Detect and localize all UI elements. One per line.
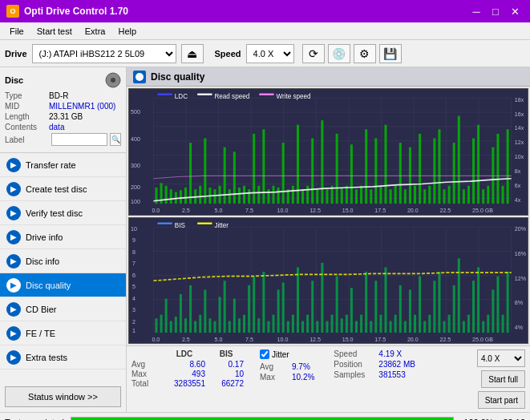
nav-fe-te[interactable]: ▶ FE / TE xyxy=(0,321,126,345)
svg-rect-177 xyxy=(311,281,314,333)
disc-label-input[interactable] xyxy=(51,133,107,146)
disc-mid-value: MILLENMR1 (000) xyxy=(49,102,115,111)
position-key: Position xyxy=(334,360,375,369)
svg-text:25.0 GB: 25.0 GB xyxy=(472,335,493,342)
speed-position-section: Speed 4.19 X Position 23862 MB Samples 3… xyxy=(334,349,415,379)
charts-container: LDC Read speed Write speed 18x 16x 14x 1… xyxy=(127,87,530,345)
svg-text:6: 6 xyxy=(132,271,136,278)
app-icon: O xyxy=(6,5,19,18)
disc-type-value: BD-R xyxy=(49,91,68,100)
svg-rect-73 xyxy=(394,186,397,204)
svg-rect-201 xyxy=(428,314,431,332)
close-button[interactable]: ✕ xyxy=(506,2,524,20)
svg-rect-192 xyxy=(384,267,386,333)
svg-rect-99 xyxy=(197,94,212,95)
title-bar: O Opti Drive Control 1.70 ─ □ ✕ xyxy=(0,0,530,22)
nav-cd-bier[interactable]: ▶ CD Bier xyxy=(0,297,126,321)
total-label: Total xyxy=(131,379,160,388)
avg-ldc-value: 8.60 xyxy=(164,360,205,369)
svg-rect-162 xyxy=(238,318,241,333)
menu-file[interactable]: File xyxy=(3,25,30,38)
svg-text:4x: 4x xyxy=(515,196,521,204)
nav-drive-info-label: Drive info xyxy=(26,232,63,242)
jitter-avg-value: 9.7% xyxy=(292,362,310,371)
svg-rect-218 xyxy=(158,222,172,224)
title-bar-text: Opti Drive Control 1.70 xyxy=(24,6,128,17)
start-full-button[interactable]: Start full xyxy=(481,370,525,388)
sidebar-nav: ▶ Transfer rate ▶ Create test disc ▶ Ver… xyxy=(0,153,126,382)
svg-text:7.5: 7.5 xyxy=(245,207,253,214)
nav-create-test-disc[interactable]: ▶ Create test disc xyxy=(0,177,126,201)
svg-rect-39 xyxy=(229,189,231,204)
disc-length-field: Length 23.31 GB xyxy=(5,112,121,121)
svg-rect-175 xyxy=(301,321,304,333)
disc-mid-field: MID MILLENMR1 (000) xyxy=(5,102,121,111)
svg-text:20%: 20% xyxy=(515,224,527,232)
svg-rect-42 xyxy=(243,186,245,204)
svg-rect-55 xyxy=(306,186,309,204)
eject-button[interactable]: ⏏ xyxy=(181,44,204,63)
disc-button[interactable]: 💿 xyxy=(328,44,350,63)
total-bis-value: 66272 xyxy=(208,379,244,388)
start-part-button[interactable]: Start part xyxy=(478,391,525,409)
svg-rect-156 xyxy=(208,318,211,333)
svg-rect-72 xyxy=(390,189,392,204)
svg-text:10.0: 10.0 xyxy=(277,335,289,342)
disc-label-button[interactable]: 🔍 xyxy=(110,133,121,146)
speed-dropdown[interactable]: 4.0 X xyxy=(477,349,525,367)
toolbar-icons: ⟳ 💿 ⚙ 💾 xyxy=(302,44,402,63)
menu-help[interactable]: Help xyxy=(111,25,143,38)
svg-rect-48 xyxy=(273,186,275,204)
refresh-button[interactable]: ⟳ xyxy=(302,44,325,63)
nav-extra-tests[interactable]: ▶ Extra tests xyxy=(0,345,126,370)
svg-text:0.0: 0.0 xyxy=(152,335,160,342)
svg-text:6x: 6x xyxy=(515,182,521,189)
sidebar: Disc Type BD-R MID MILLENMR1 (000) Lengt… xyxy=(0,67,127,412)
bis-col-header: BIS xyxy=(208,349,244,358)
nav-verify-test-disc[interactable]: ▶ Verify test disc xyxy=(0,201,126,225)
cd-bier-icon: ▶ xyxy=(6,302,21,317)
speed-value: 4.19 X xyxy=(378,349,402,358)
samples-value: 381553 xyxy=(378,370,405,379)
svg-text:200: 200 xyxy=(131,184,140,191)
nav-extra-tests-label: Extra tests xyxy=(26,353,67,362)
nav-transfer-rate[interactable]: ▶ Transfer rate xyxy=(0,153,126,177)
speed-selector[interactable]: 4.0 X xyxy=(246,44,294,63)
svg-text:14x: 14x xyxy=(515,124,524,131)
save-button[interactable]: 💾 xyxy=(379,44,402,63)
maximize-button[interactable]: □ xyxy=(487,2,504,20)
speed-key: Speed xyxy=(334,349,375,358)
menu-start-test[interactable]: Start test xyxy=(30,25,79,38)
svg-rect-157 xyxy=(213,321,216,333)
max-bis-value: 10 xyxy=(208,370,244,378)
jitter-checkbox[interactable] xyxy=(260,349,269,359)
disc-section: Disc Type BD-R MID MILLENMR1 (000) Lengt… xyxy=(0,67,126,153)
avg-bis-value: 0.17 xyxy=(208,360,244,369)
svg-rect-179 xyxy=(321,262,323,332)
disc-section-title: Disc xyxy=(5,75,23,85)
svg-rect-81 xyxy=(433,138,435,204)
nav-drive-info[interactable]: ▶ Drive info xyxy=(0,225,126,249)
svg-text:17.5: 17.5 xyxy=(374,207,386,214)
svg-rect-205 xyxy=(448,314,451,332)
nav-disc-info[interactable]: ▶ Disc info xyxy=(0,249,126,273)
settings-button[interactable]: ⚙ xyxy=(354,44,376,63)
minimize-button[interactable]: ─ xyxy=(467,2,485,20)
svg-text:18x: 18x xyxy=(515,95,524,103)
drive-selector[interactable]: (J:) ATAPI iHBS212 2 5L09 xyxy=(32,44,176,63)
nav-cd-bier-label: CD Bier xyxy=(26,305,57,314)
svg-text:22.5: 22.5 xyxy=(439,207,451,214)
svg-text:20.0: 20.0 xyxy=(407,207,419,214)
svg-rect-211 xyxy=(477,267,479,333)
svg-rect-182 xyxy=(336,276,338,332)
menu-extra[interactable]: Extra xyxy=(79,25,112,38)
svg-text:15.0: 15.0 xyxy=(342,207,354,214)
nav-disc-quality[interactable]: ▶ Disc quality xyxy=(0,273,126,297)
content-area: Disc quality xyxy=(127,67,530,412)
svg-rect-86 xyxy=(458,116,460,204)
svg-text:16%: 16% xyxy=(515,249,527,256)
svg-text:400: 400 xyxy=(131,135,140,143)
status-window-button[interactable]: Status window >> xyxy=(5,386,121,407)
svg-text:12x: 12x xyxy=(515,139,524,146)
status-bar: Test completed 100.0% 33:12 xyxy=(0,412,530,420)
